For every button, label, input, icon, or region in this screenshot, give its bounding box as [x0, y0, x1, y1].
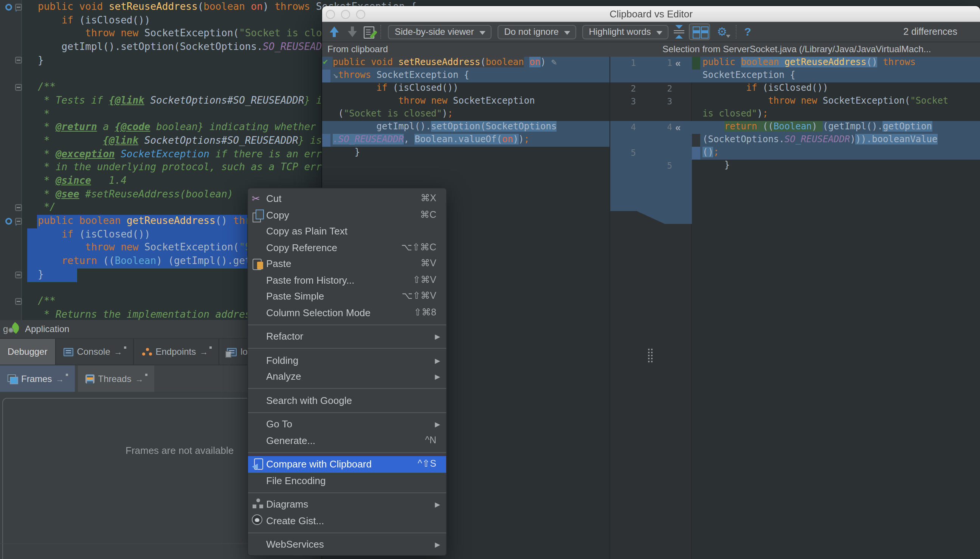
- synchronize-scrolling-toggle[interactable]: [689, 23, 710, 40]
- menu-separator: [248, 532, 446, 533]
- menu-shortcut: ^⇧S: [418, 456, 436, 472]
- menu-item-label: Column Selection Mode: [266, 304, 371, 321]
- submenu-arrow-icon: ▶: [435, 353, 440, 369]
- menu-item-analyze[interactable]: Analyze▶: [248, 369, 446, 385]
- splitter-grip[interactable]: [648, 349, 650, 350]
- tab-debugger[interactable]: Debugger: [0, 339, 56, 365]
- menu-item-label: Compare with Clipboard: [266, 456, 372, 472]
- code-line: throw new SocketException: [322, 95, 609, 108]
- code-line: is closed");: [692, 108, 980, 121]
- line-number: 3: [610, 95, 636, 108]
- menu-shortcut: ⌘X: [421, 190, 436, 207]
- tab-frames[interactable]: Frames→: [0, 366, 74, 392]
- menu-separator: [248, 324, 446, 325]
- code-line: .SO_REUSEADDR, Boolean.valueOf(on));: [322, 134, 609, 147]
- tab-threads[interactable]: Threads→: [78, 366, 154, 392]
- submenu-arrow-icon: ▶: [435, 369, 440, 385]
- diff-toolbar: Side-by-side viewer Do not ignore Highli…: [322, 22, 980, 42]
- menu-separator: [248, 452, 446, 453]
- dialog-title-bar[interactable]: Clipboard vs Editor: [322, 6, 980, 22]
- previous-difference-button[interactable]: [327, 25, 341, 38]
- ignore-policy-dropdown[interactable]: Do not ignore: [497, 25, 576, 39]
- menu-item-copy[interactable]: Copy⌘C: [248, 207, 446, 223]
- copy-icon: [252, 208, 265, 221]
- menu-item-refactor[interactable]: Refactor▶: [248, 328, 446, 344]
- endpoints-icon: [142, 347, 152, 356]
- toolbar-separator: [380, 25, 381, 38]
- menu-item-label: Copy as Plain Text: [266, 223, 348, 240]
- menu-item-webservices[interactable]: WebServices▶: [248, 536, 446, 552]
- menu-separator: [248, 492, 446, 493]
- menu-item-label: Refactor: [266, 328, 303, 344]
- ide-screen: ↓ ↓ public void setReuseAddress(boolean …: [0, 0, 980, 559]
- code-line: ↘throws SocketException {: [322, 69, 609, 83]
- viewer-mode-dropdown[interactable]: Side-by-side viewer: [388, 25, 491, 39]
- log-icon: [227, 347, 237, 356]
- drag-to-open-indicator-icon: →: [135, 374, 146, 383]
- diagrams-icon: [252, 498, 265, 511]
- menu-item-label: Analyze: [266, 369, 301, 385]
- menu-separator: [248, 348, 446, 349]
- next-difference-button[interactable]: [346, 25, 359, 38]
- menu-item-paste-simple[interactable]: Paste Simple⌥⇧⌘V: [248, 288, 446, 304]
- paste-icon: [252, 257, 265, 270]
- toolbar-separator: [736, 25, 736, 38]
- menu-item-generate[interactable]: Generate...^N: [248, 432, 446, 448]
- menu-item-go-to[interactable]: Go To▶: [248, 416, 446, 432]
- tab-console[interactable]: Console→: [56, 339, 134, 365]
- apply-change-chevron-icon[interactable]: «: [675, 121, 681, 134]
- menu-item-paste[interactable]: Paste⌘V: [248, 256, 446, 272]
- code-line: return ((Boolean) (getImpl().getOption: [692, 121, 980, 134]
- menu-item-column-selection-mode[interactable]: Column Selection Mode⇧⌘8: [248, 304, 446, 321]
- menu-item-label: Generate...: [266, 432, 315, 448]
- diff-right-pane[interactable]: public boolean getReuseAddress() throwsS…: [692, 57, 980, 559]
- menu-shortcut: ⇧⌘V: [412, 272, 436, 288]
- menu-item-compare-with-clipboard[interactable]: Compare with Clipboard^⇧S: [248, 456, 446, 472]
- code-line: (SocketOptions.SO_REUSEADDR))).booleanVa…: [692, 134, 980, 147]
- gist-icon: [252, 514, 262, 524]
- menu-item-create-gist[interactable]: Create Gist...: [248, 513, 446, 529]
- drag-to-open-indicator-icon: →: [200, 347, 211, 356]
- code-line: SocketException {: [692, 69, 980, 83]
- menu-item-paste-from-history[interactable]: Paste from History...⇧⌘V: [248, 272, 446, 288]
- menu-item-label: File Encoding: [266, 472, 326, 489]
- menu-item-copy-as-plain-text[interactable]: Copy as Plain Text: [248, 223, 446, 240]
- menu-shortcut: ⌥⇧⌘C: [401, 240, 436, 256]
- drag-to-open-indicator-icon: →: [56, 374, 67, 383]
- code-line: }: [692, 160, 980, 172]
- tab-label: Debugger: [8, 346, 47, 357]
- line-number: 2: [610, 83, 636, 95]
- tab-endpoints[interactable]: Endpoints→: [134, 339, 219, 365]
- change-band-taper: [637, 211, 665, 224]
- line-number: 3: [647, 95, 672, 108]
- menu-item-file-encoding[interactable]: File Encoding: [248, 472, 446, 489]
- menu-item-search-with-google[interactable]: Search with Google: [248, 392, 446, 408]
- line-number: 1: [647, 57, 672, 69]
- cut-icon: ✂: [252, 192, 265, 205]
- line-number: 4: [610, 121, 636, 134]
- code-line: if (isClosed()): [322, 83, 609, 95]
- threads-icon: [85, 374, 94, 383]
- edit-source-icon[interactable]: [364, 26, 374, 38]
- diff-center-gutter[interactable]: 1234512345««: [609, 57, 692, 559]
- code-line: ✔public void setReuseAddress(boolean on)…: [322, 57, 609, 69]
- help-icon[interactable]: ?: [742, 25, 753, 38]
- collapse-unchanged-icon[interactable]: [674, 25, 684, 38]
- dialog-title: Clipboard vs Editor: [322, 8, 980, 20]
- highlight-policy-dropdown[interactable]: Highlight words: [582, 25, 668, 39]
- menu-item-cut[interactable]: ✂Cut⌘X: [248, 190, 446, 207]
- menu-item-copy-reference[interactable]: Copy Reference⌥⇧⌘C: [248, 240, 446, 256]
- console-icon: [63, 347, 73, 356]
- soft-wrap-marker: [692, 134, 700, 147]
- apply-change-chevron-icon[interactable]: «: [675, 57, 681, 69]
- gear-icon[interactable]: ⚙: [714, 25, 730, 38]
- soft-wrap-marker: [692, 147, 700, 160]
- change-band: [665, 211, 693, 224]
- menu-item-diagrams[interactable]: Diagrams▶: [248, 496, 446, 513]
- menu-item-label: Go To: [266, 416, 292, 432]
- frames-empty-message: Frames are not available: [125, 445, 234, 456]
- menu-item-folding[interactable]: Folding▶: [248, 352, 446, 369]
- frames-icon: [8, 374, 17, 383]
- editor-context-menu: ✂Cut⌘XCopy⌘CCopy as Plain TextCopy Refer…: [247, 188, 447, 556]
- code-line: throw new SocketException("Socket: [692, 95, 980, 108]
